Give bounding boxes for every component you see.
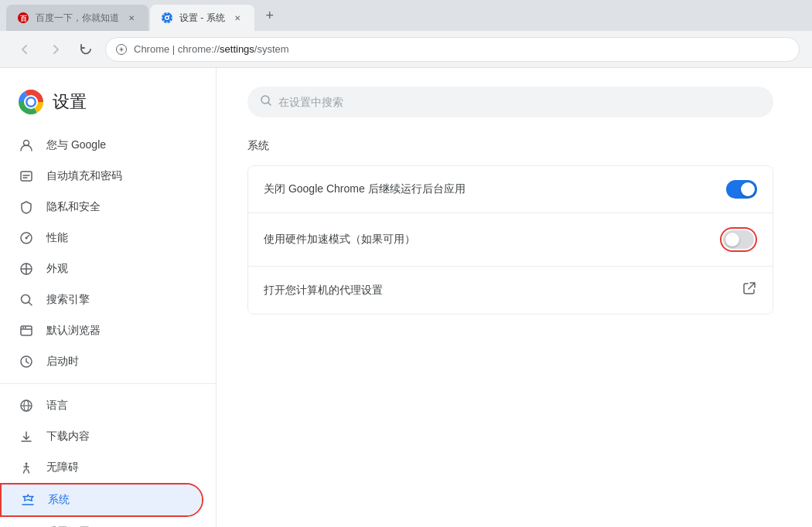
sidebar-item-privacy[interactable]: 隐私和安全 xyxy=(0,192,203,223)
tab-baidu-close[interactable]: ✕ xyxy=(125,12,138,24)
hardware-acceleration-toggle[interactable] xyxy=(723,230,754,249)
person-icon xyxy=(19,138,34,153)
settings-sidebar: 设置 您与 Google 自动填充和密码 xyxy=(0,68,217,527)
settings-favicon xyxy=(161,12,173,24)
tab-settings-close[interactable]: ✕ xyxy=(231,12,244,24)
shield-icon xyxy=(19,199,34,215)
back-button[interactable] xyxy=(12,37,37,62)
browser-frame: 百 百度一下，你就知道 ✕ 设置 - 系统 ✕ + xyxy=(0,0,812,527)
sidebar-item-browser[interactable]: 默认浏览器 xyxy=(0,315,203,346)
sidebar-google-label: 您与 Google xyxy=(46,138,106,152)
sidebar-startup-label: 启动时 xyxy=(46,355,79,369)
sidebar-search-label: 搜索引擎 xyxy=(46,293,90,307)
tab-settings[interactable]: 设置 - 系统 ✕ xyxy=(150,5,254,31)
startup-icon xyxy=(19,354,34,369)
hardware-acceleration-row: 使用硬件加速模式（如果可用） xyxy=(248,213,773,267)
browser-content: 设置 您与 Google 自动填充和密码 xyxy=(0,68,812,527)
sidebar-item-downloads[interactable]: 下载内容 xyxy=(0,421,203,452)
sidebar-item-performance[interactable]: 性能 xyxy=(0,223,203,253)
address-bar[interactable]: Chrome | chrome://settings/system xyxy=(105,37,800,62)
new-tab-button[interactable]: + xyxy=(259,5,281,26)
sidebar-privacy-label: 隐私和安全 xyxy=(46,200,101,214)
settings-page-title: 设置 xyxy=(53,90,87,114)
svg-text:百: 百 xyxy=(20,15,28,22)
tab-bar: 百 百度一下，你就知道 ✕ 设置 - 系统 ✕ + xyxy=(0,0,812,31)
sidebar-accessibility-label: 无障碍 xyxy=(46,461,79,474)
svg-point-14 xyxy=(22,327,24,328)
sidebar-section-main: 您与 Google 自动填充和密码 隐私和安全 xyxy=(0,130,216,377)
tab-baidu[interactable]: 百 百度一下，你就知道 ✕ xyxy=(6,5,148,31)
settings-card: 关闭 Google Chrome 后继续运行后台应用 使用硬件加速模式（如果可用… xyxy=(247,165,773,314)
system-icon xyxy=(20,492,36,508)
background-apps-label: 关闭 Google Chrome 后继续运行后台应用 xyxy=(264,182,466,196)
baidu-favicon: 百 xyxy=(17,12,29,24)
system-section-title: 系统 xyxy=(247,139,781,153)
settings-main: 系统 关闭 Google Chrome 后继续运行后台应用 使用硬件加速模式（如… xyxy=(217,68,812,527)
download-icon xyxy=(19,429,34,444)
sidebar-section-secondary: 语言 下载内容 无障碍 xyxy=(0,390,216,527)
sidebar-item-google[interactable]: 您与 Google xyxy=(0,130,203,161)
sidebar-appearance-label: 外观 xyxy=(46,262,68,276)
sidebar-item-language[interactable]: 语言 xyxy=(0,390,203,421)
forward-button[interactable] xyxy=(43,37,68,62)
proxy-settings-row: 打开您计算机的代理设置 xyxy=(248,267,773,314)
search-icon xyxy=(19,292,34,308)
chrome-logo-icon xyxy=(19,90,43,114)
sidebar-autofill-label: 自动填充和密码 xyxy=(46,169,122,183)
sidebar-item-system-wrapper: 系统 xyxy=(0,483,203,517)
address-protocol: Chrome xyxy=(134,43,169,55)
svg-point-15 xyxy=(25,327,26,328)
refresh-button[interactable] xyxy=(74,37,99,62)
settings-logo: 设置 xyxy=(0,83,216,130)
sidebar-performance-label: 性能 xyxy=(46,231,68,245)
secure-icon xyxy=(115,43,128,56)
sidebar-item-startup[interactable]: 启动时 xyxy=(0,346,203,377)
sidebar-item-system[interactable]: 系统 xyxy=(2,484,202,515)
sidebar-system-label: 系统 xyxy=(48,493,70,507)
sidebar-language-label: 语言 xyxy=(46,399,68,413)
hardware-acceleration-label: 使用硬件加速模式（如果可用） xyxy=(264,233,415,246)
sidebar-item-autofill[interactable]: 自动填充和密码 xyxy=(0,161,203,192)
svg-point-7 xyxy=(28,99,35,106)
sidebar-item-accessibility[interactable]: 无障碍 xyxy=(0,452,203,483)
address-url: chrome://settings/system xyxy=(178,43,289,55)
search-bar[interactable] xyxy=(247,87,773,117)
search-bar-icon xyxy=(260,94,272,110)
external-link-icon[interactable] xyxy=(742,280,757,300)
proxy-settings-label: 打开您计算机的代理设置 xyxy=(264,284,383,298)
svg-point-11 xyxy=(26,237,28,240)
background-apps-knob xyxy=(741,182,755,196)
sidebar-item-appearance[interactable]: 外观 xyxy=(0,253,203,284)
sidebar-downloads-label: 下载内容 xyxy=(46,430,90,444)
background-apps-row: 关闭 Google Chrome 后继续运行后台应用 xyxy=(248,166,773,213)
language-icon xyxy=(19,398,34,413)
performance-icon xyxy=(19,230,34,246)
search-input[interactable] xyxy=(278,96,761,108)
svg-point-19 xyxy=(26,463,28,465)
sidebar-item-reset[interactable]: 重置设置 xyxy=(0,517,203,527)
autofill-icon xyxy=(19,168,34,184)
hardware-acceleration-toggle-wrapper xyxy=(720,227,757,252)
sidebar-divider-1 xyxy=(0,383,216,384)
toolbar: Chrome | chrome://settings/system xyxy=(0,31,812,68)
tab-baidu-title: 百度一下，你就知道 xyxy=(36,12,119,25)
address-text: Chrome | chrome://settings/system xyxy=(134,43,790,55)
browser-icon xyxy=(19,323,34,338)
svg-rect-9 xyxy=(21,172,32,181)
appearance-icon xyxy=(19,261,34,277)
background-apps-toggle[interactable] xyxy=(726,180,757,199)
sidebar-item-search[interactable]: 搜索引擎 xyxy=(0,284,203,315)
sidebar-browser-label: 默认浏览器 xyxy=(46,324,101,338)
accessibility-icon xyxy=(19,460,34,475)
hardware-acceleration-knob xyxy=(725,233,739,246)
tab-settings-title: 设置 - 系统 xyxy=(179,12,225,25)
